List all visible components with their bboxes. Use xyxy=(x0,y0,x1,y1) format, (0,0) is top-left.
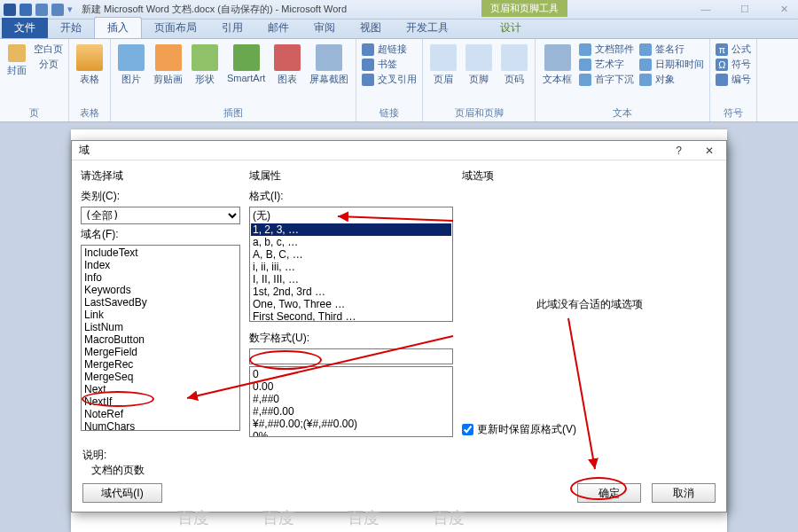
dialog-close-button[interactable]: ✕ xyxy=(700,145,719,157)
close-button[interactable]: ✕ xyxy=(773,4,794,15)
maximize-button[interactable]: ☐ xyxy=(734,4,755,15)
textbox-button[interactable]: 文本框 xyxy=(541,43,574,88)
list-item[interactable]: a, b, c, … xyxy=(251,236,451,248)
qat-dropdown-icon[interactable]: ▾ xyxy=(67,4,73,15)
watermark: 百度 xyxy=(177,507,209,528)
chart-button[interactable]: 图表 xyxy=(272,43,302,88)
group-illustrations-label: 插图 xyxy=(116,105,350,120)
list-item[interactable]: Keywords xyxy=(82,284,239,296)
list-item[interactable]: NextIf xyxy=(82,395,239,408)
quickparts-button[interactable]: 文档部件 xyxy=(579,43,634,56)
list-item[interactable]: ¥#,##0.00;(¥#,##0.00) xyxy=(251,418,451,430)
tab-design[interactable]: 设计 xyxy=(488,18,534,38)
field-dialog: 域 ? ✕ 请选择域 类别(C): (全部) 域名(F): IncludeTex… xyxy=(71,140,727,512)
list-item[interactable]: Index xyxy=(82,259,239,271)
dropcap-button[interactable]: 首字下沉 xyxy=(579,73,634,86)
list-item[interactable]: A, B, C, … xyxy=(251,248,451,261)
tab-mail[interactable]: 邮件 xyxy=(255,18,301,38)
description-value: 文档的页数 xyxy=(91,464,145,476)
list-item[interactable]: i, ii, iii, … xyxy=(251,261,451,273)
save-icon[interactable] xyxy=(20,4,32,16)
list-item[interactable]: MergeRec xyxy=(82,358,239,371)
header-button[interactable]: 页眉 xyxy=(428,43,458,88)
list-item[interactable]: 0.00 xyxy=(251,380,451,393)
tab-view[interactable]: 视图 xyxy=(348,18,394,38)
watermark: 百度 xyxy=(348,507,379,528)
numfmt-input[interactable] xyxy=(249,348,453,364)
preserve-format-input[interactable] xyxy=(462,424,473,435)
crossref-button[interactable]: 交叉引用 xyxy=(362,73,417,86)
options-label: 域选项 xyxy=(462,168,717,184)
format-listbox[interactable]: (无)1, 2, 3, …a, b, c, …A, B, C, …i, ii, … xyxy=(249,207,453,322)
cover-page-button[interactable]: 封面 xyxy=(5,43,28,79)
list-item[interactable]: (无) xyxy=(251,208,451,223)
no-options-text: 此域没有合适的域选项 xyxy=(462,186,717,422)
tab-layout[interactable]: 页面布局 xyxy=(142,18,209,38)
list-item[interactable]: 1st, 2nd, 3rd … xyxy=(251,286,451,298)
list-item[interactable]: #,##0.00 xyxy=(251,405,451,418)
preserve-format-checkbox[interactable]: 更新时保留原格式(V) xyxy=(462,422,717,437)
list-item[interactable]: MergeField xyxy=(82,346,239,358)
list-item[interactable]: MacroButton xyxy=(82,333,239,346)
equation-button[interactable]: π公式 xyxy=(716,43,751,56)
pagenum-button[interactable]: 页码 xyxy=(499,43,529,88)
symbol-button[interactable]: Ω符号 xyxy=(716,58,751,71)
clipart-button[interactable]: 剪贴画 xyxy=(152,43,184,88)
bookmark-button[interactable]: 书签 xyxy=(362,58,417,71)
datetime-button[interactable]: 日期和时间 xyxy=(639,58,704,71)
tab-home[interactable]: 开始 xyxy=(48,18,94,38)
tab-review[interactable]: 审阅 xyxy=(301,18,348,38)
tab-dev[interactable]: 开发工具 xyxy=(394,18,461,38)
list-item[interactable]: Link xyxy=(82,309,239,321)
tab-references[interactable]: 引用 xyxy=(209,18,255,38)
page-break-button[interactable]: 分页 xyxy=(34,58,63,71)
list-item[interactable]: Info xyxy=(82,271,239,284)
hyperlink-button[interactable]: 超链接 xyxy=(362,43,417,56)
category-select[interactable]: (全部) xyxy=(81,207,240,224)
watermark: 百度 xyxy=(433,507,465,528)
category-label: 类别(C): xyxy=(81,189,240,204)
signature-button[interactable]: 签名行 xyxy=(639,43,704,56)
object-button[interactable]: 对象 xyxy=(639,73,704,86)
list-item[interactable]: Next xyxy=(82,383,239,395)
number-button[interactable]: 编号 xyxy=(716,73,751,86)
tab-insert[interactable]: 插入 xyxy=(94,17,142,38)
list-item[interactable]: #,##0 xyxy=(251,393,451,405)
list-item[interactable]: 0% xyxy=(251,430,451,437)
list-item[interactable]: NumChars xyxy=(82,420,239,431)
group-page-label: 页 xyxy=(5,105,63,120)
list-item[interactable]: NoteRef xyxy=(82,408,239,420)
group-table-label: 表格 xyxy=(74,105,105,120)
list-item[interactable]: ListNum xyxy=(82,321,239,333)
list-item[interactable]: MergeSeq xyxy=(82,371,239,383)
ok-button[interactable]: 确定 xyxy=(577,483,641,503)
blank-page-button[interactable]: 空白页 xyxy=(34,43,63,56)
tab-file[interactable]: 文件 xyxy=(2,18,48,38)
minimize-button[interactable]: — xyxy=(695,4,716,15)
list-item[interactable]: First Second, Third … xyxy=(251,310,451,322)
undo-icon[interactable] xyxy=(35,4,48,16)
numfmt-listbox[interactable]: 00.00#,##0#,##0.00¥#,##0.00;(¥#,##0.00)0… xyxy=(249,366,453,437)
group-symbols-label: 符号 xyxy=(716,105,751,120)
redo-icon[interactable] xyxy=(51,4,64,16)
list-item[interactable]: LastSavedBy xyxy=(82,296,239,309)
list-item[interactable]: 0 xyxy=(251,368,451,380)
list-item[interactable]: I, II, III, … xyxy=(251,273,451,286)
picture-button[interactable]: 图片 xyxy=(116,43,146,88)
dialog-help-button[interactable]: ? xyxy=(670,145,687,157)
list-item[interactable]: IncludeText xyxy=(82,246,239,259)
list-item[interactable]: One, Two, Three … xyxy=(251,298,451,310)
ribbon: 封面 空白页 分页 页 表格 表格 图片 剪贴画 形状 SmartArt 图表 … xyxy=(0,39,798,122)
properties-label: 域属性 xyxy=(249,168,453,184)
screenshot-button[interactable]: 屏幕截图 xyxy=(308,43,350,88)
fieldname-listbox[interactable]: IncludeTextIndexInfoKeywordsLastSavedByL… xyxy=(81,245,240,431)
fieldcodes-button[interactable]: 域代码(I) xyxy=(82,483,162,503)
cancel-button[interactable]: 取消 xyxy=(652,483,716,503)
wordart-button[interactable]: 艺术字 xyxy=(579,58,634,71)
shapes-button[interactable]: 形状 xyxy=(190,43,220,88)
footer-button[interactable]: 页脚 xyxy=(464,43,494,88)
smartart-button[interactable]: SmartArt xyxy=(225,43,267,85)
choose-field-label: 请选择域 xyxy=(81,168,240,184)
table-button[interactable]: 表格 xyxy=(74,43,105,88)
list-item[interactable]: 1, 2, 3, … xyxy=(251,223,451,236)
